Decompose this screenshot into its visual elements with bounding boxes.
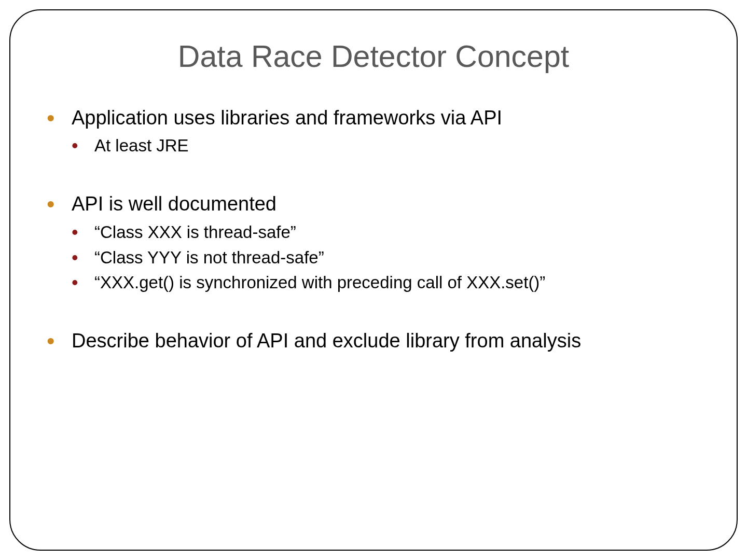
bullet-list: Application uses libraries and framework… [47,105,700,354]
spacer [47,297,700,328]
bullet-l2: “Class YYY is not thread-safe” [72,247,700,269]
bullet-l1: Describe behavior of API and exclude lib… [47,328,700,354]
bullet-l2: “XXX.get() is synchronized with precedin… [72,272,700,294]
slide-title: Data Race Detector Concept [47,39,700,74]
bullet-l2: “Class XXX is thread-safe” [72,221,700,244]
bullet-l2: At least JRE [72,135,700,157]
slide-frame: Data Race Detector Concept Application u… [9,9,738,551]
bullet-l1: Application uses libraries and framework… [47,105,700,131]
bullet-l1: API is well documented [47,191,700,217]
spacer [47,160,700,191]
